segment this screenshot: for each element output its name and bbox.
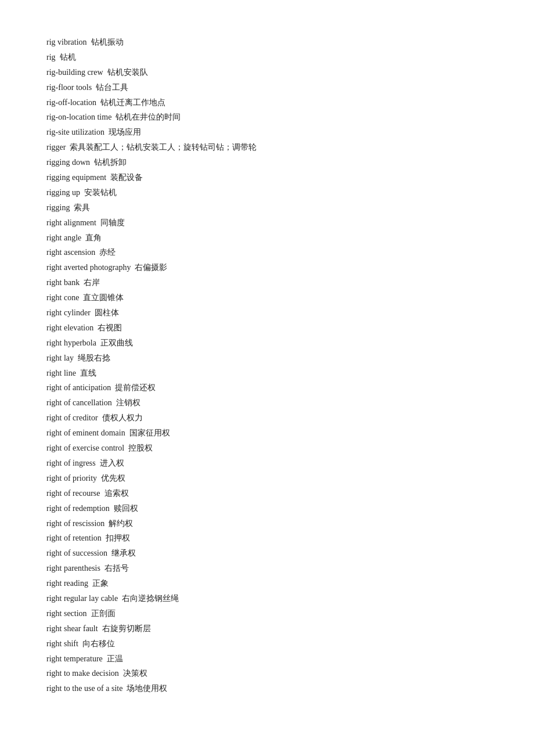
entry-english: right of recourse bbox=[46, 489, 104, 498]
entry-chinese: 场地使用权 bbox=[127, 684, 167, 693]
list-item: right reading 正象 bbox=[46, 576, 488, 591]
list-item: right bank 右岸 bbox=[46, 275, 488, 290]
entry-english: right of creditor bbox=[46, 413, 102, 422]
list-item: rig-floor tools 钻台工具 bbox=[46, 80, 488, 95]
list-item: right temperature 正温 bbox=[46, 651, 488, 667]
list-item: right of eminent domain 国家征用权 bbox=[46, 426, 488, 441]
entry-chinese: 钻机在井位的时间 bbox=[116, 113, 181, 121]
entry-chinese: 向右移位 bbox=[82, 639, 115, 648]
entry-chinese: 解约权 bbox=[109, 519, 133, 528]
list-item: right hyperbola 正双曲线 bbox=[46, 336, 488, 351]
entry-english: right angle bbox=[46, 233, 85, 242]
entry-english: right of retention bbox=[46, 534, 106, 542]
list-item: rigging down 钻机拆卸 bbox=[46, 155, 488, 170]
entry-chinese: 控股权 bbox=[128, 444, 153, 452]
entry-english: rigging bbox=[46, 203, 74, 212]
entry-chinese: 钻机拆卸 bbox=[94, 158, 127, 167]
entry-chinese: 右旋剪切断层 bbox=[102, 624, 151, 633]
entry-chinese: 右向逆捻钢丝绳 bbox=[122, 594, 179, 603]
entry-chinese: 赎回权 bbox=[114, 504, 138, 513]
entry-english: rigging down bbox=[46, 158, 94, 167]
entry-english: rigging equipment bbox=[46, 173, 110, 182]
list-item: rig-building crew 钻机安装队 bbox=[46, 65, 488, 80]
list-item: right line 直线 bbox=[46, 366, 488, 381]
entry-chinese: 索具 bbox=[74, 203, 90, 212]
entry-chinese: 提前偿还权 bbox=[115, 383, 156, 392]
entry-english: rig-building crew bbox=[46, 68, 107, 77]
list-item: right of succession 继承权 bbox=[46, 546, 488, 561]
entry-chinese: 绳股右捻 bbox=[78, 354, 110, 362]
entry-english: right hyperbola bbox=[46, 339, 100, 347]
entry-english: rig bbox=[46, 53, 60, 62]
entry-chinese: 直立圆锥体 bbox=[83, 293, 124, 302]
list-item: right of creditor 债权人权力 bbox=[46, 411, 488, 426]
list-item: right to make decision 决策权 bbox=[46, 666, 488, 681]
entry-chinese: 继承权 bbox=[111, 549, 136, 557]
list-item: right angle 直角 bbox=[46, 231, 488, 246]
entry-chinese: 进入权 bbox=[100, 459, 124, 467]
entry-chinese: 正温 bbox=[107, 654, 123, 663]
entry-chinese: 钻机振动 bbox=[91, 38, 124, 46]
list-item: right of priority 优先权 bbox=[46, 471, 488, 486]
list-item: right lay 绳股右捻 bbox=[46, 351, 488, 366]
list-item: right of anticipation 提前偿还权 bbox=[46, 380, 488, 395]
entry-english: right bank bbox=[46, 278, 84, 287]
list-item: right ascension 赤经 bbox=[46, 245, 488, 260]
entry-chinese: 优先权 bbox=[101, 474, 125, 483]
entry-chinese: 右视图 bbox=[98, 323, 122, 332]
entry-chinese: 右岸 bbox=[84, 278, 100, 287]
entry-chinese: 圆柱体 bbox=[95, 308, 119, 317]
list-item: right elevation 右视图 bbox=[46, 321, 488, 336]
entry-english: right elevation bbox=[46, 323, 98, 332]
entry-english: right to make decision bbox=[46, 669, 123, 678]
entry-english: right of rescission bbox=[46, 519, 109, 528]
list-item: right section 正剖面 bbox=[46, 606, 488, 621]
entry-chinese: 国家征用权 bbox=[129, 429, 170, 437]
list-item: right to the use of a site 场地使用权 bbox=[46, 681, 488, 696]
entry-english: right line bbox=[46, 369, 80, 377]
entry-english: right of ingress bbox=[46, 459, 100, 467]
list-item: right regular lay cable 右向逆捻钢丝绳 bbox=[46, 591, 488, 606]
entry-english: right of redemption bbox=[46, 504, 114, 513]
entry-english: right cone bbox=[46, 293, 83, 302]
list-item: right alignment 同轴度 bbox=[46, 215, 488, 231]
entry-chinese: 同轴度 bbox=[100, 218, 125, 227]
list-item: right cylinder 圆柱体 bbox=[46, 305, 488, 321]
entry-english: rig-site utilization bbox=[46, 128, 109, 136]
entry-chinese: 现场应用 bbox=[109, 128, 141, 136]
entry-english: rigging up bbox=[46, 188, 84, 197]
entry-chinese: 注销权 bbox=[116, 398, 140, 407]
list-item: right of ingress 进入权 bbox=[46, 456, 488, 471]
list-item: rig-site utilization 现场应用 bbox=[46, 125, 488, 140]
entry-chinese: 右偏摄影 bbox=[135, 263, 167, 272]
entry-english: right of exercise control bbox=[46, 444, 128, 452]
list-item: right parenthesis 右括号 bbox=[46, 561, 488, 576]
entry-chinese: 赤经 bbox=[99, 248, 116, 257]
entry-chinese: 直线 bbox=[80, 369, 96, 377]
entry-english: right alignment bbox=[46, 218, 100, 227]
entry-english: right section bbox=[46, 609, 91, 618]
entry-english: right of priority bbox=[46, 474, 101, 483]
list-item: rigging equipment 装配设备 bbox=[46, 170, 488, 185]
entry-english: right averted photography bbox=[46, 263, 135, 272]
entry-english: right temperature bbox=[46, 654, 107, 663]
entry-english: rig-off-location bbox=[46, 98, 100, 107]
entry-chinese: 装配设备 bbox=[110, 173, 143, 182]
entry-chinese: 扣押权 bbox=[106, 534, 130, 542]
list-item: right of rescission 解约权 bbox=[46, 516, 488, 531]
list-item: rig 钻机 bbox=[46, 50, 488, 65]
list-item: right of recourse 追索权 bbox=[46, 486, 488, 501]
entry-chinese: 债权人权力 bbox=[102, 413, 143, 422]
entry-chinese: 追索权 bbox=[104, 489, 129, 498]
entry-english: right parenthesis bbox=[46, 564, 104, 573]
entry-chinese: 索具装配工人；钻机安装工人；旋转钻司钻；调带轮 bbox=[70, 143, 257, 152]
list-item: rig-on-location time 钻机在井位的时间 bbox=[46, 110, 488, 125]
entry-chinese: 钻机安装队 bbox=[107, 68, 148, 77]
entry-english: right shear fault bbox=[46, 624, 102, 633]
list-item: right of exercise control 控股权 bbox=[46, 441, 488, 456]
list-item: right of redemption 赎回权 bbox=[46, 501, 488, 516]
entry-english: right reading bbox=[46, 579, 92, 588]
entry-english: right of anticipation bbox=[46, 383, 115, 392]
entry-english: right shift bbox=[46, 639, 82, 648]
list-item: right of cancellation 注销权 bbox=[46, 395, 488, 411]
